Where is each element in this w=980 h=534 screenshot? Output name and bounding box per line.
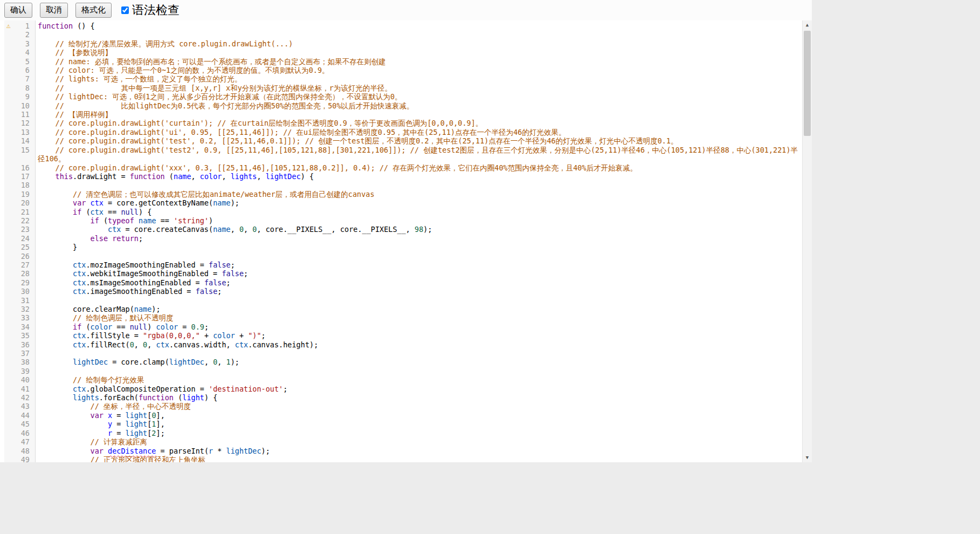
code-line-text: ​ xyxy=(36,30,803,39)
code-line[interactable]: 48 var decDistance = parseInt(r * lightD… xyxy=(4,447,803,455)
code-line[interactable]: 22 if (typeof name == 'string') xyxy=(4,216,803,225)
line-number: 42 xyxy=(4,393,36,402)
code-line-text: // color: 可选，只能是一个0~1之间的数，为不透明度的值。不填则默认为… xyxy=(36,66,803,74)
line-number: 34 xyxy=(4,323,36,331)
code-line[interactable]: 44 var x = light[0], xyxy=(4,411,803,420)
syntax-check-checkbox[interactable] xyxy=(121,6,129,14)
code-line-text: // 绘制灯光/漆黑层效果。调用方式 core.plugin.drawLight… xyxy=(36,39,803,48)
code-line[interactable]: 36 ctx.fillRect(0, 0, ctx.canvas.width, … xyxy=(4,340,803,349)
code-line-text: lightDec = core.clamp(lightDec, 0, 1); xyxy=(36,358,803,366)
code-line[interactable]: 43 // 坐标，半径，中心不透明度 xyxy=(4,402,803,410)
line-number: 24 xyxy=(4,234,36,243)
code-line[interactable]: 38 lightDec = core.clamp(lightDec, 0, 1)… xyxy=(4,358,803,366)
code-line-text: ​ xyxy=(36,349,803,358)
code-line[interactable]: 23 ctx = core.createCanvas(name, 0, 0, c… xyxy=(4,225,803,234)
code-line[interactable]: 41 ctx.globalCompositeOperation = 'desti… xyxy=(4,385,803,393)
code-line[interactable]: 16 // core.plugin.drawLight('xxx', 0.3, … xyxy=(4,163,803,172)
code-line-text: ctx.fillStyle = "rgba(0,0,0," + color + … xyxy=(36,331,803,340)
confirm-button[interactable]: 确认 xyxy=(4,3,32,18)
line-number: 17 xyxy=(4,172,36,181)
line-number: 16 xyxy=(4,163,36,172)
code-line[interactable]: ⚠1function () { xyxy=(4,22,803,30)
code-line-text: core.clearMap(name); xyxy=(36,305,803,313)
code-line[interactable]: 10 // 比如lightDec为0.5代表，每个灯光部分内圈50%的范围全亮，… xyxy=(4,101,803,110)
scroll-up-arrow-icon[interactable]: ▲ xyxy=(803,20,812,30)
code-line[interactable]: 24 else return; xyxy=(4,234,803,243)
code-line[interactable]: 8 // 其中每一项是三元组 [x,y,r] x和y分别为该灯光的横纵坐标，r为… xyxy=(4,84,803,92)
code-line-text: y = light[1], xyxy=(36,420,803,428)
code-line[interactable]: 45 y = light[1], xyxy=(4,420,803,428)
code-line-text: } xyxy=(36,243,803,251)
code-line-text: // lights: 可选，一个数组，定义了每个独立的灯光。 xyxy=(36,74,803,83)
line-number: 29 xyxy=(4,278,36,287)
code-line[interactable]: 7 // lights: 可选，一个数组，定义了每个独立的灯光。 xyxy=(4,74,803,83)
line-number: 21 xyxy=(4,208,36,216)
code-line[interactable]: 3 // 绘制灯光/漆黑层效果。调用方式 core.plugin.drawLig… xyxy=(4,39,803,48)
code-line[interactable]: 27 ctx.mozImageSmoothingEnabled = false; xyxy=(4,261,803,269)
code-line-text: ​ xyxy=(36,367,803,375)
code-line[interactable]: 6 // color: 可选，只能是一个0~1之间的数，为不透明度的值。不填则默… xyxy=(4,66,803,74)
code-line[interactable]: 19 // 清空色调层；也可以修改成其它层比如animate/weather层，… xyxy=(4,190,803,198)
code-line-text: ctx.webkitImageSmoothingEnabled = false; xyxy=(36,269,803,278)
code-line[interactable]: 13 // core.plugin.drawLight('ui', 0.95, … xyxy=(4,128,803,136)
code-line[interactable]: 34 if (color == null) color = 0.9; xyxy=(4,323,803,331)
code-line[interactable]: 30 ctx.imageSmoothingEnabled = false; xyxy=(4,287,803,296)
code-line-text: ctx.msImageSmoothingEnabled = false; xyxy=(36,278,803,287)
vertical-scrollbar[interactable]: ▲ ▼ xyxy=(802,20,812,462)
code-line[interactable]: 12 // core.plugin.drawLight('curtain'); … xyxy=(4,119,803,127)
scrollbar-thumb[interactable] xyxy=(804,31,811,136)
format-button[interactable]: 格式化 xyxy=(75,3,112,18)
line-number: 26 xyxy=(4,252,36,261)
code-line[interactable]: 14 // core.plugin.drawLight('test', 0.2,… xyxy=(4,136,803,145)
code-line-text: var x = light[0], xyxy=(36,411,803,420)
code-line[interactable]: 40 // 绘制每个灯光效果 xyxy=(4,375,803,384)
code-line[interactable]: 49 // 正方形区域的直径和左上角坐标 xyxy=(4,455,803,462)
code-line-text: ctx.mozImageSmoothingEnabled = false; xyxy=(36,261,803,269)
line-number: 7 xyxy=(4,74,36,83)
code-line[interactable]: 29 ctx.msImageSmoothingEnabled = false; xyxy=(4,278,803,287)
code-line-text: // core.plugin.drawLight('ui', 0.95, [[2… xyxy=(36,128,803,136)
code-line[interactable]: 39​ xyxy=(4,367,803,375)
code-line[interactable]: 35 ctx.fillStyle = "rgba(0,0,0," + color… xyxy=(4,331,803,340)
line-number: 43 xyxy=(4,402,36,410)
code-line-text: // 正方形区域的直径和左上角坐标 xyxy=(36,455,803,462)
syntax-check-label: 语法检查 xyxy=(132,2,180,18)
code-line[interactable]: 17 this.drawLight = function (name, colo… xyxy=(4,172,803,181)
cancel-button[interactable]: 取消 xyxy=(40,3,68,18)
code-line[interactable]: 47 // 计算衰减距离 xyxy=(4,437,803,446)
code-line[interactable]: 15 // core.plugin.drawLight('test2', 0.9… xyxy=(4,146,803,163)
code-line[interactable]: 21 if (ctx == null) { xyxy=(4,208,803,216)
code-line-text: // 比如lightDec为0.5代表，每个灯光部分内圈50%的范围全亮，50%… xyxy=(36,101,803,110)
code-line-text: if (color == null) color = 0.9; xyxy=(36,323,803,331)
code-line[interactable]: 18​ xyxy=(4,181,803,189)
toolbar: 确认 取消 格式化 语法检查 xyxy=(0,0,812,20)
code-line[interactable]: 4 // 【参数说明】 xyxy=(4,48,803,57)
line-number: 4 xyxy=(4,48,36,57)
code-line[interactable]: 42 lights.forEach(function (light) { xyxy=(4,393,803,402)
code-line-text: if (ctx == null) { xyxy=(36,208,803,216)
code-line[interactable]: 11 // 【调用样例】 xyxy=(4,110,803,119)
scroll-down-arrow-icon[interactable]: ▼ xyxy=(803,453,812,462)
code-line-text: // core.plugin.drawLight('xxx', 0.3, [[2… xyxy=(36,163,803,172)
code-line[interactable]: 26​ xyxy=(4,252,803,261)
code-line[interactable]: 32 core.clearMap(name); xyxy=(4,305,803,313)
code-line[interactable]: 5 // name: 必填，要绘制到的画布名；可以是一个系统画布，或者是个自定义… xyxy=(4,57,803,66)
code-line[interactable]: 31​ xyxy=(4,296,803,305)
code-line-text: // core.plugin.drawLight('curtain'); // … xyxy=(36,119,803,127)
line-number: 46 xyxy=(4,429,36,437)
code-line[interactable]: 46 r = light[2]; xyxy=(4,429,803,437)
code-line[interactable]: 25 } xyxy=(4,243,803,251)
line-number: 35 xyxy=(4,331,36,340)
code-line[interactable]: 20 var ctx = core.getContextByName(name)… xyxy=(4,198,803,207)
code-line[interactable]: 2​ xyxy=(4,30,803,39)
code-editor[interactable]: ⚠1function () {2​3 // 绘制灯光/漆黑层效果。调用方式 co… xyxy=(4,20,812,462)
line-number: 45 xyxy=(4,420,36,428)
line-number: 19 xyxy=(4,190,36,198)
code-line[interactable]: 37​ xyxy=(4,349,803,358)
code-line[interactable]: 33 // 绘制色调层，默认不透明度 xyxy=(4,313,803,322)
line-number: 30 xyxy=(4,287,36,296)
code-line[interactable]: 28 ctx.webkitImageSmoothingEnabled = fal… xyxy=(4,269,803,278)
line-number: 49 xyxy=(4,455,36,462)
code-line[interactable]: 9 // lightDec: 可选，0到1之间，光从多少百分比才开始衰减（在此范… xyxy=(4,92,803,101)
code-line-text: ctx = core.createCanvas(name, 0, 0, core… xyxy=(36,225,803,234)
